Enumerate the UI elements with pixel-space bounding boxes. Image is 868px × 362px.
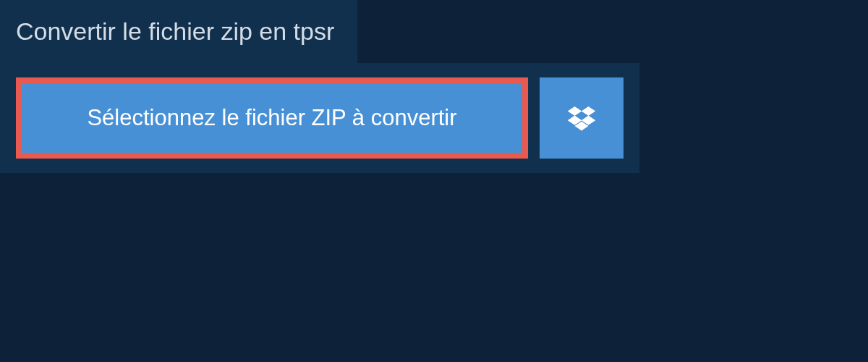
select-file-button[interactable]: Sélectionnez le fichier ZIP à convertir: [16, 77, 528, 159]
dropbox-icon: [568, 104, 595, 132]
page-title: Convertir le fichier zip en tpsr: [0, 0, 357, 63]
dropbox-button[interactable]: [540, 77, 624, 159]
action-panel: Sélectionnez le fichier ZIP à convertir: [0, 63, 639, 173]
converter-widget: Convertir le fichier zip en tpsr Sélecti…: [0, 0, 868, 173]
select-file-label: Sélectionnez le fichier ZIP à convertir: [87, 105, 456, 131]
